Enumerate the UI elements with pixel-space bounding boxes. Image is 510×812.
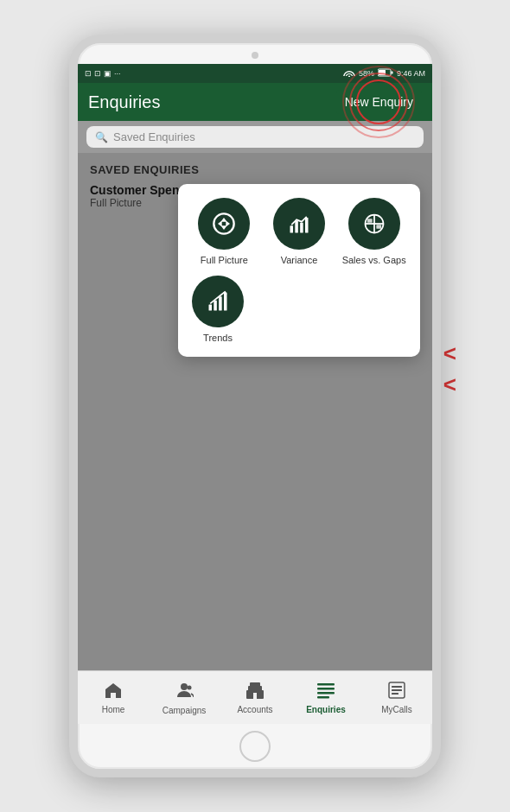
sales-vs-gaps-icon [362,212,386,236]
svg-rect-4 [290,225,293,232]
section-title: SAVED ENQUIRIES [90,163,420,176]
tablet-home-button[interactable] [239,731,271,762]
accounts-icon [245,682,265,703]
campaigns-icon [175,681,194,704]
home-tab-label: Home [102,705,125,714]
sales-vs-gaps-label: Sales vs. Gaps [342,255,406,265]
search-icon: 🔍 [95,131,108,143]
svg-rect-14 [214,301,217,311]
battery-icon [378,68,393,79]
app-header: Enquiries New Enquiry [78,83,432,121]
home-icon [104,682,123,703]
enquiries-icon [316,682,335,703]
battery-text: 58% [359,69,374,78]
wifi-icon [343,68,355,79]
accounts-tab-label: Accounts [237,705,272,714]
trends-icon-circle [192,276,244,327]
svg-rect-1 [379,70,386,75]
svg-rect-22 [250,682,260,688]
campaigns-tab-label: Campaigns [163,706,207,715]
search-input-wrap[interactable]: 🔍 Saved Enquiries [86,126,424,148]
mycalls-tab-label: MyCalls [381,705,412,714]
tab-bar: Home Campaigns [78,670,432,724]
tab-home[interactable]: Home [78,682,149,714]
svg-rect-31 [392,693,398,695]
time-display: 9:46 AM [397,69,425,78]
svg-rect-30 [392,689,402,691]
svg-rect-5 [295,221,298,233]
chevron-up-icon: < [443,342,456,365]
variance-icon [287,212,311,236]
svg-rect-29 [392,686,402,688]
popup-item-variance[interactable]: Variance [267,198,332,265]
side-chevrons: < < [443,342,456,396]
screen: ⊡ ⊡ ▣ ··· 58% [78,64,432,724]
tablet-shell: ⊡ ⊡ ▣ ··· 58% [69,35,441,777]
full-picture-icon [212,212,236,236]
popup-row-2: Trends [192,276,406,343]
status-icon-3: ▣ [104,69,112,78]
variance-label: Variance [281,255,318,265]
tab-enquiries[interactable]: Enquiries [290,682,361,714]
variance-icon-circle [273,198,325,250]
svg-rect-25 [317,688,335,690]
status-left-icons: ⊡ ⊡ ▣ ··· [85,69,121,78]
tablet-camera [252,52,258,59]
enquiry-type-popup: Full Picture [178,184,420,357]
main-content: SAVED ENQUIRIES Customer Spend YTD Full … [78,153,432,670]
popup-grid: Full Picture [192,198,406,265]
status-dots: ··· [114,69,121,78]
popup-item-full-picture[interactable]: Full Picture [192,198,257,265]
svg-rect-7 [305,218,309,233]
mycalls-icon [387,682,406,703]
chevron-down-icon: < [443,373,456,396]
popup-item-sales-vs-gaps[interactable]: Sales vs. Gaps [341,198,406,265]
search-placeholder-text: Saved Enquiries [113,130,195,143]
svg-point-3 [214,213,234,233]
svg-rect-2 [391,72,392,74]
header-right: New Enquiry [336,90,422,114]
tab-mycalls[interactable]: MyCalls [361,682,432,714]
status-bar: ⊡ ⊡ ▣ ··· 58% [78,64,432,83]
tab-accounts[interactable]: Accounts [220,682,290,714]
status-right-icons: 58% 9:46 AM [343,68,425,79]
svg-rect-16 [224,293,227,311]
enquiries-tab-label: Enquiries [306,705,346,714]
full-picture-label: Full Picture [201,255,248,265]
sales-vs-gaps-icon-circle [348,198,400,250]
trends-label: Trends [203,333,233,343]
status-icon-2: ⊡ [94,69,101,78]
app-title: Enquiries [88,92,160,112]
svg-rect-11 [367,219,372,223]
trends-icon [206,289,230,314]
new-enquiry-button[interactable]: New Enquiry [336,90,422,114]
svg-point-19 [188,685,192,689]
search-bar-container: 🔍 Saved Enquiries [78,121,432,153]
svg-rect-26 [317,692,335,695]
full-picture-icon-circle [198,198,250,250]
svg-rect-27 [317,696,329,699]
svg-rect-15 [219,296,221,310]
svg-rect-12 [376,225,381,229]
tab-campaigns[interactable]: Campaigns [149,681,220,715]
svg-rect-6 [300,223,303,233]
status-icon-1: ⊡ [85,69,92,78]
svg-rect-23 [253,693,257,699]
svg-rect-13 [209,305,213,311]
popup-item-trends[interactable]: Trends [192,276,244,343]
svg-point-18 [181,683,188,690]
svg-rect-24 [317,683,335,686]
